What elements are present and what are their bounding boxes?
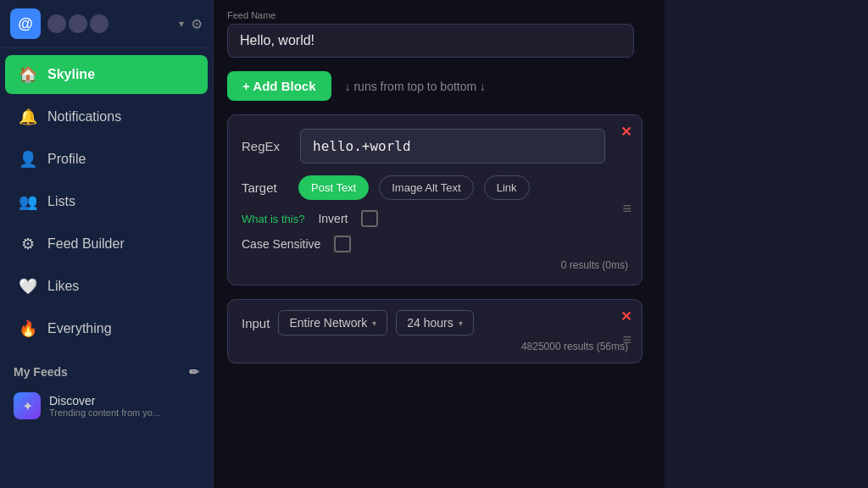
input-row: Input Entire Network ▾ 24 hours ▾ [242,310,628,336]
case-sensitive-label: Case Sensitive [242,237,320,251]
avatar-group [47,14,172,33]
my-feeds-label: My Feeds [14,365,68,379]
target-label: Target [242,180,288,195]
chevron-down-icon[interactable]: ▾ [179,18,184,30]
bell-icon: 🔔 [19,108,37,126]
case-sensitive-row: Case Sensitive [242,236,628,252]
sidebar-item-likes[interactable]: 🤍 Likes [5,267,208,306]
regex-row: RegEx [242,129,628,164]
home-icon: 🏠 [19,65,37,84]
sidebar-item-label: Everything [47,321,112,336]
sidebar-item-label: Lists [47,194,75,209]
profile-icon: 👤 [19,150,37,169]
chevron-down-icon: ▾ [372,319,376,328]
invert-label: Invert [318,212,348,225]
feed-item-discover[interactable]: ✦ Discover Trending content from yo... [0,384,213,428]
sidebar-item-notifications[interactable]: 🔔 Notifications [5,97,208,136]
right-panel [665,0,868,488]
feed-name: Discover [49,394,160,408]
heart-icon: 🤍 [19,277,37,296]
regex-results: 0 results (0ms) [242,259,628,271]
close-icon[interactable]: ✕ [620,124,632,140]
drag-handle-icon[interactable]: ≡ [622,200,632,218]
feed-name-input[interactable] [227,24,634,58]
feed-info: Discover Trending content from yo... [49,394,160,418]
runs-label: ↓ runs from top to bottom ↓ [345,80,487,93]
case-sensitive-checkbox[interactable] [334,236,351,252]
regex-label: RegEx [242,139,288,153]
add-block-label: + Add Block [242,79,316,93]
target-link-button[interactable]: Link [484,175,530,200]
input-label: Input [242,316,270,330]
feed-name-section: Feed Name [214,0,665,64]
sidebar-item-label: Feed Builder [47,236,125,252]
regex-block: ✕ RegEx Target Post Text Image Alt Text … [227,114,643,286]
input-block: ✕ Input Entire Network ▾ 24 hours ▾ 4825… [227,299,643,363]
close-icon[interactable]: ✕ [620,308,632,324]
target-row: Target Post Text Image Alt Text Link [242,175,628,200]
sidebar-item-profile[interactable]: 👤 Profile [5,140,208,179]
lists-icon: 👥 [19,192,37,211]
avatar [69,14,87,33]
feed-avatar: ✦ [14,392,41,419]
sidebar-item-feed-builder[interactable]: ⚙ Feed Builder [5,225,208,263]
target-post-text-label: Post Text [311,181,356,194]
sidebar: @ ▾ ⚙ 🏠 Skyline 🔔 Notifications 👤 Profil… [0,0,214,488]
sidebar-item-lists[interactable]: 👥 Lists [5,182,208,221]
target-post-text-button[interactable]: Post Text [298,175,369,200]
edit-icon[interactable]: ✏ [189,365,199,379]
invert-checkbox[interactable] [361,210,378,227]
time-dropdown[interactable]: 24 hours ▾ [396,310,473,336]
at-icon: @ [18,15,33,33]
sidebar-item-label: Notifications [47,109,121,125]
network-label: Entire Network [289,316,367,330]
sidebar-nav: 🏠 Skyline 🔔 Notifications 👤 Profile 👥 Li… [0,48,213,355]
my-feeds-section: My Feeds ✏ [0,355,213,384]
avatar [47,14,66,33]
network-dropdown[interactable]: Entire Network ▾ [278,310,387,336]
target-link-label: Link [497,181,517,194]
sidebar-item-everything[interactable]: 🔥 Everything [5,309,208,348]
sidebar-item-label: Profile [47,152,86,167]
target-image-alt-label: Image Alt Text [392,181,460,194]
sidebar-item-skyline[interactable]: 🏠 Skyline [5,55,208,94]
gear-icon[interactable]: ⚙ [191,16,203,32]
sidebar-header: @ ▾ ⚙ [0,0,213,48]
add-block-row: + Add Block ↓ runs from top to bottom ↓ [214,64,665,108]
fire-icon: 🔥 [19,319,37,338]
avatar [90,14,108,33]
add-block-button[interactable]: + Add Block [227,71,331,101]
chevron-down-icon: ▾ [459,319,463,328]
what-is-this-link[interactable]: What is this? [242,213,304,225]
target-image-alt-text-button[interactable]: Image Alt Text [379,175,473,200]
sidebar-item-label: Skyline [47,67,95,82]
feed-name-label: Feed Name [227,10,651,20]
feed-description: Trending content from yo... [49,408,160,418]
invert-row: What is this? Invert [242,210,628,227]
time-label: 24 hours [407,316,453,330]
input-results: 4825000 results (56ms) [242,341,628,352]
main-content: Feed Name + Add Block ↓ runs from top to… [214,0,665,488]
drag-handle-icon[interactable]: ≡ [622,331,632,349]
at-icon-button[interactable]: @ [10,8,41,39]
feed-builder-icon: ⚙ [19,235,37,253]
sidebar-item-label: Likes [47,279,79,294]
regex-input[interactable] [300,129,605,164]
